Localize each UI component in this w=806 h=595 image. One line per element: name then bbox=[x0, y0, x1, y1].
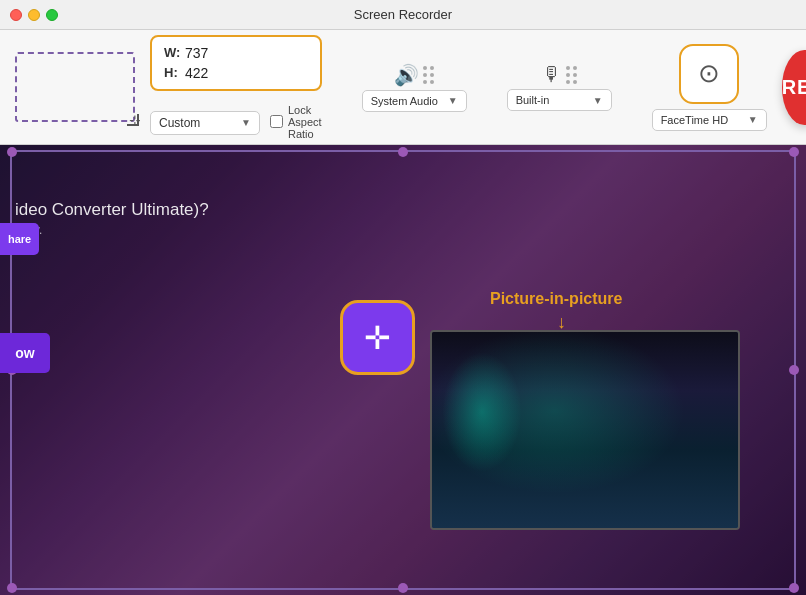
builtin-label: Built-in bbox=[516, 94, 550, 106]
camera-section: ⊙ FaceTime HD ▼ bbox=[652, 44, 767, 131]
dimension-section: W: H: Custom ▼ Lock Aspect Ratio bbox=[150, 35, 322, 140]
main-content: ideo Converter Ultimate)? elow. hare ow … bbox=[0, 145, 806, 595]
facetime-dropdown[interactable]: FaceTime HD ▼ bbox=[652, 109, 767, 131]
lock-ratio-label: Lock Aspect Ratio bbox=[288, 104, 322, 140]
system-audio-dropdown[interactable]: System Audio ▼ bbox=[362, 90, 467, 112]
pip-label: Picture-in-picture bbox=[490, 290, 622, 308]
toolbar: ⊹ W: H: Custom ▼ Lock Aspect Ratio bbox=[0, 30, 806, 145]
mic-icon-row: 🎙 bbox=[542, 63, 577, 86]
system-audio-label: System Audio bbox=[371, 95, 438, 107]
action-box: ow bbox=[0, 333, 50, 373]
dot bbox=[566, 66, 570, 70]
dot bbox=[566, 80, 570, 84]
dimension-box: W: H: bbox=[150, 35, 322, 91]
move-icon: ✛ bbox=[364, 319, 391, 357]
titlebar: Screen Recorder bbox=[0, 0, 806, 30]
chevron-down-icon: ▼ bbox=[748, 114, 758, 125]
maximize-button[interactable] bbox=[46, 9, 58, 21]
dot bbox=[573, 66, 577, 70]
dot bbox=[423, 73, 427, 77]
dot bbox=[430, 66, 434, 70]
audio-dots bbox=[423, 66, 434, 84]
width-row: W: bbox=[164, 45, 308, 61]
selection-preview[interactable]: ⊹ bbox=[15, 52, 135, 122]
custom-dropdown: Custom ▼ bbox=[150, 111, 260, 135]
dot bbox=[430, 73, 434, 77]
move-button[interactable]: ✛ bbox=[340, 300, 415, 375]
width-input[interactable] bbox=[185, 45, 240, 61]
lock-ratio-checkbox[interactable] bbox=[270, 115, 283, 128]
dot bbox=[573, 73, 577, 77]
window-title: Screen Recorder bbox=[354, 7, 452, 22]
dot bbox=[423, 80, 427, 84]
mic-control: 🎙 Built-in ▼ bbox=[507, 63, 612, 111]
audio-control: 🔊 System Audio ▼ bbox=[362, 63, 467, 112]
chevron-down-icon: ▼ bbox=[448, 95, 458, 106]
builtin-dropdown[interactable]: Built-in ▼ bbox=[507, 89, 612, 111]
height-row: H: bbox=[164, 65, 308, 81]
toolbar-bottom: Custom ▼ Lock Aspect Ratio bbox=[150, 100, 322, 140]
camera-button[interactable]: ⊙ bbox=[679, 44, 739, 104]
facetime-label: FaceTime HD bbox=[661, 114, 728, 126]
dot bbox=[573, 80, 577, 84]
dot bbox=[430, 80, 434, 84]
speaker-icon: 🔊 bbox=[394, 63, 419, 87]
dot bbox=[566, 73, 570, 77]
custom-dropdown-btn[interactable]: Custom ▼ bbox=[150, 111, 260, 135]
audio-icon-row: 🔊 bbox=[394, 63, 434, 87]
width-label: W: bbox=[164, 45, 180, 60]
background-image: ideo Converter Ultimate)? elow. hare ow … bbox=[0, 145, 806, 595]
dot bbox=[423, 66, 427, 70]
custom-label: Custom bbox=[159, 116, 200, 130]
mic-dots bbox=[566, 66, 577, 84]
chevron-down-icon: ▼ bbox=[593, 95, 603, 106]
bg-text-line1: ideo Converter Ultimate)? bbox=[0, 200, 224, 220]
lock-ratio: Lock Aspect Ratio bbox=[270, 104, 322, 140]
webcam-icon: ⊙ bbox=[698, 58, 720, 89]
share-box: hare bbox=[0, 223, 39, 255]
close-button[interactable] bbox=[10, 9, 22, 21]
pip-person bbox=[432, 332, 738, 528]
pip-glow bbox=[442, 352, 522, 472]
rec-button[interactable]: REC bbox=[782, 50, 806, 125]
microphone-icon: 🎙 bbox=[542, 63, 562, 86]
height-input[interactable] bbox=[185, 65, 240, 81]
crosshair-icon: ⊹ bbox=[129, 112, 141, 128]
minimize-button[interactable] bbox=[28, 9, 40, 21]
chevron-down-icon: ▼ bbox=[241, 117, 251, 128]
pip-video bbox=[430, 330, 740, 530]
titlebar-controls bbox=[10, 9, 58, 21]
height-label: H: bbox=[164, 65, 180, 80]
